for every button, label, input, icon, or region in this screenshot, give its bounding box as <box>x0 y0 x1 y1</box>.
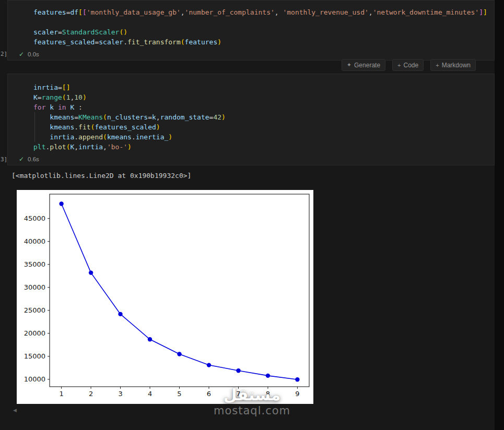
svg-text:25000: 25000 <box>24 306 45 314</box>
code-line: inrtia=[] <box>33 82 494 92</box>
plus-icon: + <box>436 62 439 68</box>
scrollbar-track[interactable] <box>495 0 504 430</box>
svg-text:6: 6 <box>207 390 211 398</box>
code-cell-1: features=df[['monthly_data_usage_gb','nu… <box>7 0 495 61</box>
sparkle-icon: ✦ <box>347 62 351 68</box>
cell-output-repr: [<matplotlib.lines.Line2D at 0x190b19932… <box>11 172 191 180</box>
add-markdown-cell-button[interactable]: + Markdown <box>430 59 476 71</box>
notebook-editor: features=df[['monthly_data_usage_gb','nu… <box>0 0 504 430</box>
code-line: scaler=StandardScaler() <box>33 27 494 37</box>
code-line: kmeans=KMeans(n_clusters=k,random_state=… <box>33 112 494 122</box>
svg-text:7: 7 <box>236 390 240 398</box>
code-line: kmeans.fit(features_scaled) <box>33 122 494 132</box>
code-line: inrtia.append(kmeans.inertia_) <box>33 132 494 142</box>
code-line: K=range(1,10) <box>33 92 494 102</box>
cell-2-status: ✓ 0.6s <box>19 156 39 163</box>
code-line: features=df[['monthly_data_usage_gb','nu… <box>33 7 494 17</box>
success-check-icon: ✓ <box>19 51 24 58</box>
generate-button[interactable]: ✦ Generate <box>342 59 385 71</box>
svg-text:8: 8 <box>266 390 270 398</box>
watermark-domain: mostaql.com <box>0 404 504 417</box>
svg-text:9: 9 <box>295 390 299 398</box>
execution-time: 0.6s <box>28 156 39 162</box>
add-code-label: Code <box>404 62 419 69</box>
svg-text:40000: 40000 <box>24 237 45 245</box>
svg-text:10000: 10000 <box>24 375 45 383</box>
svg-text:20000: 20000 <box>24 329 45 337</box>
output-collapse-icon[interactable]: ◀ <box>13 408 17 413</box>
success-check-icon: ✓ <box>19 156 24 163</box>
code-line: features_scaled=scaler.fit_transform(fea… <box>33 37 494 47</box>
execution-time: 0.0s <box>28 51 39 57</box>
insert-cell-toolbar: ✦ Generate + Code + Markdown <box>342 59 476 71</box>
execution-count-1: 2] <box>1 51 7 57</box>
svg-text:35000: 35000 <box>24 260 45 268</box>
code-cell-2: inrtia=[]K=range(1,10)for k in K : kmean… <box>7 74 495 165</box>
matplotlib-figure: 1000015000200002500030000350004000045000… <box>17 190 313 404</box>
elbow-plot-svg: 1000015000200002500030000350004000045000… <box>17 190 313 404</box>
code-editor-2[interactable]: inrtia=[]K=range(1,10)for k in K : kmean… <box>33 82 494 152</box>
svg-text:45000: 45000 <box>24 214 45 222</box>
indent-guide <box>34 112 35 142</box>
cell-1-status: ✓ 0.0s <box>19 51 39 58</box>
add-markdown-label: Markdown <box>442 62 471 69</box>
code-line: plt.plot(K,inrtia,'bo-') <box>33 142 494 152</box>
svg-text:1: 1 <box>59 390 63 398</box>
execution-count-2: 3] <box>1 156 7 163</box>
svg-text:5: 5 <box>177 390 181 398</box>
generate-button-label: Generate <box>354 62 380 69</box>
add-code-cell-button[interactable]: + Code <box>392 59 424 71</box>
svg-text:3: 3 <box>118 390 122 398</box>
svg-text:2: 2 <box>89 390 93 398</box>
svg-text:4: 4 <box>148 390 152 398</box>
code-line <box>33 17 494 27</box>
svg-text:30000: 30000 <box>24 283 45 291</box>
plus-icon: + <box>397 62 401 68</box>
code-editor-1[interactable]: features=df[['monthly_data_usage_gb','nu… <box>33 7 494 47</box>
svg-text:15000: 15000 <box>24 352 45 360</box>
code-line: for k in K : <box>33 102 494 112</box>
